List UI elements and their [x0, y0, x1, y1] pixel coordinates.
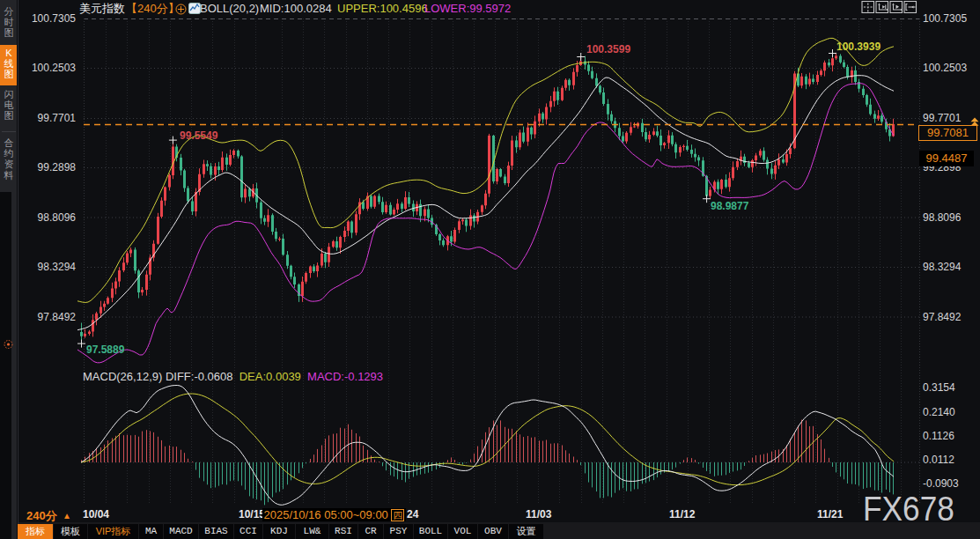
svg-text:FX678: FX678	[863, 491, 954, 527]
